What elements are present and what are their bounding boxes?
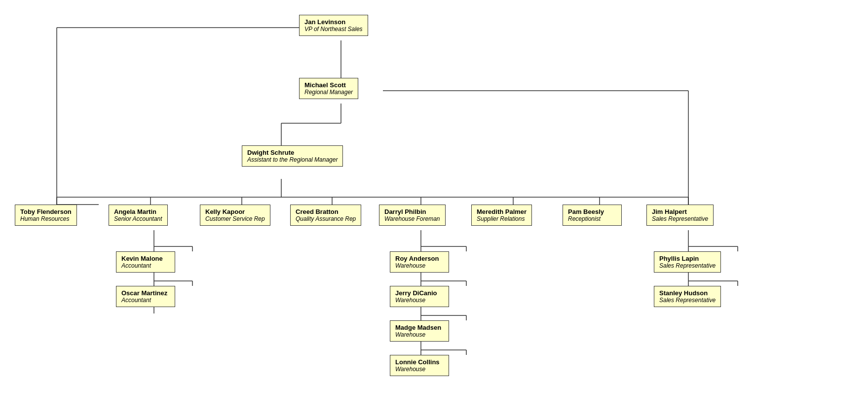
node-jim: Jim Halpert Sales Representative — [646, 205, 714, 226]
node-darryl: Darryl Philbin Warehouse Foreman — [379, 205, 446, 226]
meredith-title: Supplier Relations — [477, 215, 527, 222]
node-kevin: Kevin Malone Accountant — [116, 251, 175, 273]
stanley-title: Sales Representative — [659, 297, 716, 304]
node-meredith: Meredith Palmer Supplier Relations — [471, 205, 532, 226]
lonnie-title: Warehouse — [395, 366, 444, 373]
madge-name: Madge Madsen — [395, 324, 444, 331]
darryl-title: Warehouse Foreman — [384, 215, 440, 222]
stanley-name: Stanley Hudson — [659, 289, 716, 297]
jim-name: Jim Halpert — [652, 208, 708, 215]
phyllis-title: Sales Representative — [659, 262, 716, 269]
phyllis-name: Phyllis Lapin — [659, 255, 716, 262]
darryl-name: Darryl Philbin — [384, 208, 440, 215]
kevin-name: Kevin Malone — [121, 255, 170, 262]
roy-name: Roy Anderson — [395, 255, 444, 262]
madge-title: Warehouse — [395, 331, 444, 338]
jan-title: VP of Northeast Sales — [304, 26, 363, 33]
pam-name: Pam Beesly — [568, 208, 616, 215]
dwight-title: Assistant to the Regional Manager — [247, 156, 338, 163]
node-toby: Toby Flenderson Human Resources — [15, 205, 77, 226]
creed-title: Quality Assurance Rep — [296, 215, 356, 222]
node-dwight: Dwight Schrute Assistant to the Regional… — [242, 145, 343, 167]
node-angela: Angela Martin Senior Accountant — [109, 205, 168, 226]
jerry-name: Jerry DiCanio — [395, 289, 444, 297]
roy-title: Warehouse — [395, 262, 444, 269]
node-jerry: Jerry DiCanio Warehouse — [390, 286, 449, 307]
node-michael: Michael Scott Regional Manager — [299, 78, 358, 99]
node-pam: Pam Beesly Receptionist — [563, 205, 622, 226]
node-oscar: Oscar Martinez Accountant — [116, 286, 175, 307]
jerry-title: Warehouse — [395, 297, 444, 304]
pam-title: Receptionist — [568, 215, 616, 222]
org-chart: Jan Levinson VP of Northeast Sales Micha… — [0, 0, 868, 416]
node-phyllis: Phyllis Lapin Sales Representative — [654, 251, 721, 273]
oscar-name: Oscar Martinez — [121, 289, 170, 297]
michael-title: Regional Manager — [304, 89, 353, 96]
angela-title: Senior Accountant — [114, 215, 162, 222]
kelly-title: Customer Service Rep — [205, 215, 265, 222]
dwight-name: Dwight Schrute — [247, 149, 338, 156]
kelly-name: Kelly Kapoor — [205, 208, 265, 215]
meredith-name: Meredith Palmer — [477, 208, 527, 215]
creed-name: Creed Bratton — [296, 208, 356, 215]
toby-name: Toby Flenderson — [20, 208, 72, 215]
node-jan: Jan Levinson VP of Northeast Sales — [299, 15, 368, 36]
angela-name: Angela Martin — [114, 208, 162, 215]
node-creed: Creed Bratton Quality Assurance Rep — [290, 205, 361, 226]
michael-name: Michael Scott — [304, 81, 353, 89]
toby-title: Human Resources — [20, 215, 72, 222]
node-stanley: Stanley Hudson Sales Representative — [654, 286, 721, 307]
jan-name: Jan Levinson — [304, 18, 363, 26]
node-lonnie: Lonnie Collins Warehouse — [390, 355, 449, 376]
kevin-title: Accountant — [121, 262, 170, 269]
node-roy: Roy Anderson Warehouse — [390, 251, 449, 273]
lonnie-name: Lonnie Collins — [395, 358, 444, 366]
node-kelly: Kelly Kapoor Customer Service Rep — [200, 205, 270, 226]
jim-title: Sales Representative — [652, 215, 708, 222]
node-madge: Madge Madsen Warehouse — [390, 320, 449, 342]
oscar-title: Accountant — [121, 297, 170, 304]
